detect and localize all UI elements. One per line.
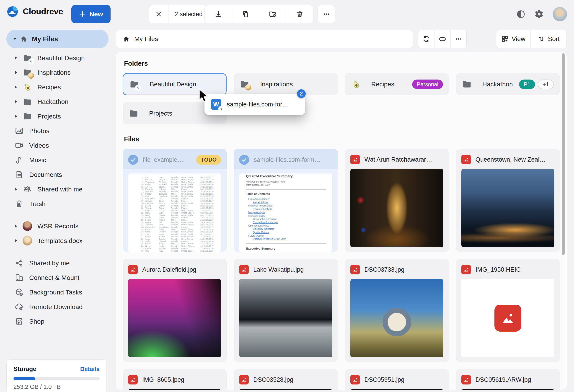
delete-button[interactable] <box>286 5 313 23</box>
sort-button[interactable]: Sort <box>531 30 567 48</box>
clear-selection-button[interactable] <box>149 5 168 23</box>
sidebar-item-hackathon[interactable]: Hackathon <box>0 94 116 109</box>
file-card[interactable]: Lake Wakatipu.jpg <box>234 259 338 362</box>
file-card-document[interactable]: sample-files.com-form… Q3 2024 Executive… <box>234 149 338 252</box>
sidebar-item-projects[interactable]: Projects <box>0 109 116 124</box>
toc-link: Efficiency Indicators <box>246 227 326 231</box>
image-file-icon <box>350 155 360 164</box>
sheet-row: 16ShavonnePiaFemaleFrance24 21/05/2015 <box>140 198 218 200</box>
sidebar-item-label: Shop <box>29 318 44 325</box>
selected-check-icon[interactable] <box>128 155 138 165</box>
expand-caret-icon[interactable] <box>14 56 22 60</box>
file-name: DSC03733.jpg <box>365 266 443 273</box>
breadcrumb[interactable]: My Files <box>116 30 413 48</box>
file-card[interactable]: Queenstown, New Zeal… <box>456 149 560 252</box>
expand-caret-icon[interactable] <box>14 224 22 228</box>
sidebar-item-music[interactable]: Music <box>0 153 116 167</box>
sidebar-item-inspirations[interactable]: Inspirations <box>0 65 116 80</box>
file-card[interactable]: Wat Arun Ratchawarar… <box>345 149 449 252</box>
folder-card-recipes[interactable]: Recipes Personal <box>345 73 449 95</box>
sidebar-item-label: My Files <box>32 35 58 43</box>
select-toggle-button[interactable] <box>434 30 450 48</box>
file-card[interactable]: IMG_1950.HEIC <box>456 259 560 362</box>
folders-heading: Folders <box>124 60 560 67</box>
sidebar-item-background-tasks[interactable]: Background Tasks <box>0 285 116 299</box>
new-button[interactable]: New <box>71 5 111 23</box>
theme-toggle-button[interactable] <box>516 9 526 19</box>
move-to-folder-button[interactable] <box>259 5 286 23</box>
file-card[interactable]: DSC03733.jpg <box>345 259 449 362</box>
file-name: Lake Wakatipu.jpg <box>253 266 332 273</box>
shared-user-avatar <box>22 236 32 246</box>
more-icon <box>455 35 462 43</box>
sidebar-item-templates-docx[interactable]: Templates.docx <box>0 233 116 248</box>
sheet-row: 9VincenzaWeilandFemaleUnited States40 21… <box>140 181 218 183</box>
more-tools-button[interactable] <box>451 30 466 48</box>
selection-toolbar: 2 selected <box>149 5 209 23</box>
copy-button[interactable] <box>232 5 259 23</box>
sidebar-item-shared-by-me[interactable]: Shared by me <box>0 256 116 270</box>
file-card-header: Wat Arun Ratchawarar… <box>345 149 449 169</box>
sidebar-item-shared-with-me[interactable]: Shared with me <box>0 182 116 196</box>
sidebar-item-connect-mount[interactable]: Connect & Mount <box>0 270 116 285</box>
sidebar-item-recipes[interactable]: Recipes <box>0 80 116 94</box>
doc-meta-author: Prepared by: Business Analytics Team <box>246 180 326 184</box>
sheet-row: 10FallonWinwardFemaleGreat Britain28 16/… <box>140 183 218 186</box>
folder-card-inspirations[interactable]: Inspirations <box>234 73 338 95</box>
theme-toggle-icon <box>516 9 526 19</box>
file-card-spreadsheet[interactable]: file_example… TODO 7EtaHurnFemaleGreat B… <box>123 149 226 252</box>
storage-details-link[interactable]: Details <box>80 366 100 373</box>
expand-caret-icon[interactable] <box>14 85 22 89</box>
expand-caret-icon[interactable] <box>14 239 22 243</box>
sheet-row: 32StasiaBeckerFemaleGreat Britain34 16/0… <box>140 235 218 238</box>
sidebar-item-remote-download[interactable]: Remote Download <box>0 299 116 314</box>
file-thumbnail <box>461 279 554 357</box>
share-nodes-icon <box>14 258 24 268</box>
sidebar-item-label: Beautiful Design <box>37 54 85 62</box>
sidebar-item-documents[interactable]: Documents <box>0 167 116 182</box>
scrollbar-thumb[interactable] <box>562 53 565 255</box>
account-avatar[interactable] <box>553 7 567 21</box>
sidebar-item-shop[interactable]: Shop <box>0 314 116 329</box>
file-thumbnail <box>350 389 443 390</box>
avocado-emoji-icon <box>351 79 361 89</box>
mouse-cursor <box>197 88 211 103</box>
sidebar-item-wsr-records[interactable]: WSR Records <box>0 219 116 233</box>
folder-card-hackathon[interactable]: Hackathon P1 +1 <box>456 73 560 95</box>
sidebar-item-videos[interactable]: Videos <box>0 138 116 153</box>
view-button[interactable]: View <box>496 30 531 48</box>
caret-down-icon[interactable] <box>12 37 17 41</box>
download-icon <box>215 10 222 18</box>
file-card[interactable]: IMG_8605.jpeg <box>123 369 226 390</box>
expand-caret-icon[interactable] <box>14 70 22 75</box>
sheet-row: 26MarvelHailFemaleGreat Britain28 16/08/… <box>140 221 218 224</box>
file-card[interactable]: DSC05951.jpg <box>345 369 449 390</box>
folder-card-beautiful-design[interactable]: Beautiful Design <box>123 73 226 95</box>
view-sort-toolbar: View Sort <box>496 30 567 48</box>
expand-caret-icon[interactable] <box>14 100 22 104</box>
file-card-header: IMG_1950.HEIC <box>456 259 560 279</box>
expand-caret-icon[interactable] <box>14 114 22 118</box>
file-card-header: DSC03528.jpg <box>234 369 338 389</box>
refresh-button[interactable] <box>418 30 434 48</box>
sidebar-item-photos[interactable]: Photos <box>0 124 116 138</box>
more-actions-button[interactable] <box>318 5 335 23</box>
breadcrumb-root[interactable]: My Files <box>134 35 158 43</box>
drag-preview: W sample-files.com-for… 2 <box>205 94 305 115</box>
sidebar-item-my-files[interactable]: My Files <box>6 30 108 48</box>
sidebar-item-label: Shared by me <box>29 259 70 267</box>
cloud-download-icon <box>14 302 24 312</box>
sidebar-item-trash[interactable]: Trash <box>0 196 116 211</box>
file-card[interactable]: DSC03528.jpg <box>234 369 338 390</box>
settings-button[interactable] <box>534 9 544 19</box>
file-name: DSC03528.jpg <box>253 376 332 383</box>
sidebar-item-beautiful-design[interactable]: Beautiful Design <box>0 51 116 65</box>
file-card[interactable]: Aurora Dalefield.jpg <box>123 259 226 362</box>
toc-link: Quality Metrics <box>246 231 326 234</box>
selected-check-icon[interactable] <box>239 155 249 165</box>
shared-user-avatar <box>22 221 32 231</box>
expand-caret-icon[interactable] <box>14 187 22 191</box>
file-card[interactable]: DSC05619.ARW.jpg <box>456 369 560 390</box>
sheet-row: 34JudieClaywellFemaleFrance35 16/08/2016 <box>140 240 218 243</box>
download-button[interactable] <box>205 5 232 23</box>
